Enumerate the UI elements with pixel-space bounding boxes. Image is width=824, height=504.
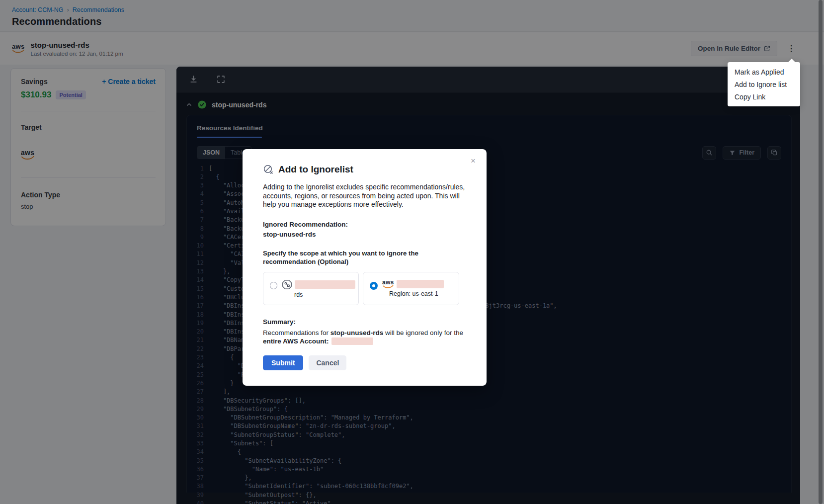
summary-recommendation-name: stop-unused-rds	[330, 329, 384, 336]
summary-part1: Recommendations for	[263, 329, 330, 336]
menu-item[interactable]: Add to Ignore list	[728, 78, 800, 90]
scope-account-label: Region: us-east-1	[389, 290, 444, 297]
option-aws-logo: aws	[382, 279, 394, 289]
modal-description: Adding to the Ignorelist excludes specif…	[263, 183, 467, 209]
menu-item[interactable]: Copy Link	[728, 90, 800, 103]
ignore-icon	[263, 164, 274, 175]
modal-title: Add to Ignorelist	[278, 164, 353, 175]
summary-label: Summary:	[263, 318, 467, 326]
scope-options: rds aws Region: us-east-1	[263, 272, 467, 305]
summary-account-scope: entire AWS Account:	[263, 337, 329, 345]
ignored-recommendation-value: stop-unused-rds	[263, 231, 467, 238]
app-root: Account: CCM-NG › Recommendations Recomm…	[0, 0, 824, 504]
rds-resource-icon	[282, 279, 292, 290]
submit-button[interactable]: Submit	[263, 355, 303, 370]
redacted-account-id	[397, 280, 444, 288]
scope-option-rule[interactable]: rds	[263, 272, 359, 305]
aws-swoosh-icon	[383, 285, 394, 289]
redacted-rule-name	[295, 280, 355, 289]
context-menu: Mark as Applied Add to Ignore list Copy …	[728, 62, 800, 106]
add-to-ignorelist-modal: × Add to Ignorelist Adding to the Ignore…	[243, 149, 487, 386]
scope-rule-label: rds	[294, 291, 355, 298]
cancel-button[interactable]: Cancel	[309, 355, 346, 370]
redacted-account-value	[331, 337, 373, 345]
scope-option-account[interactable]: aws Region: us-east-1	[363, 272, 459, 305]
menu-item[interactable]: Mark as Applied	[728, 66, 800, 78]
radio-unselected-icon[interactable]	[270, 282, 277, 289]
scope-label: Specify the scope at which you want to i…	[263, 249, 467, 266]
summary-part2: will be ignored only for the	[383, 329, 463, 336]
option-aws-logo-text: aws	[382, 279, 394, 285]
close-icon[interactable]: ×	[468, 156, 479, 167]
ignored-recommendation-label: Ignored Recommendation:	[263, 221, 467, 228]
summary-text: Recommendations for stop-unused-rds will…	[263, 329, 467, 345]
radio-selected-icon[interactable]	[370, 282, 378, 290]
